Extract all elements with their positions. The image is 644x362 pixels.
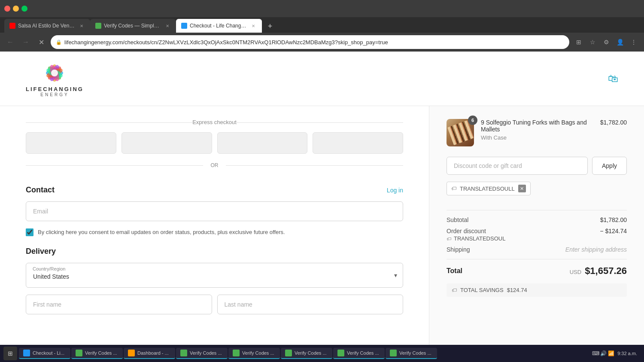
window-minimize-button[interactable] (13, 6, 19, 12)
taskbar-start-button[interactable]: ⊞ (3, 347, 17, 360)
name-row (26, 295, 403, 314)
payment-btn-1[interactable] (26, 132, 116, 154)
verify-favicon (95, 23, 101, 29)
payment-btn-4[interactable] (313, 132, 403, 154)
taskbar-app-verify-3[interactable]: Verify Codes ... (228, 348, 280, 359)
last-name-input[interactable] (217, 295, 404, 314)
subtotal-row: Subtotal $1,782.00 (447, 216, 627, 223)
window-close-button[interactable] (4, 6, 10, 12)
logo-text-bottom: ENERGY (40, 92, 69, 97)
payment-buttons (26, 132, 403, 154)
back-button[interactable]: ← (4, 36, 16, 48)
country-select-wrapper: Country/Region United States ▾ (26, 263, 403, 288)
delivery-section-header: Delivery (26, 247, 403, 256)
address-bar[interactable]: 🔒 lifechangingenergy.com/checkouts/cn/Z2… (51, 35, 569, 49)
taskbar-app-checkout-label: Checkout - Li... (33, 350, 64, 356)
left-panel: Express checkout OR Contact Log in By cl… (0, 106, 429, 362)
taskbar-app-verify-1-icon (76, 350, 82, 356)
product-row: 6 9 Solfeggio Tuning Forks with Bags and… (447, 119, 627, 146)
new-tab-button[interactable]: + (264, 20, 276, 33)
menu-button[interactable]: ⋮ (628, 36, 640, 48)
tab-checkout-close[interactable]: ✕ (250, 22, 257, 29)
window-controls (4, 6, 27, 12)
discount-amount-value: − $124.74 (600, 228, 627, 234)
express-checkout-label: Express checkout (26, 119, 403, 125)
contact-section-header: Contact Log in (26, 186, 403, 195)
taskbar-app-verify-2[interactable]: Verify Codes ... (176, 348, 228, 359)
discount-code-row: Apply (447, 157, 627, 175)
express-checkout-section: Express checkout OR (26, 106, 403, 186)
taskbar-app-dashboard[interactable]: Dashboard - ... (124, 348, 175, 359)
logo-container: LIFECHANGING ENERGY (26, 60, 84, 97)
page-content: Express checkout OR Contact Log in By cl… (0, 106, 644, 362)
product-name: 9 Solfeggio Tuning Forks with Bags and M… (481, 119, 593, 133)
taskbar-app-verify-5[interactable]: Verify Codes ... (333, 348, 385, 359)
total-price-value: $1,657.26 (585, 265, 627, 277)
checkout-favicon (181, 23, 187, 29)
contact-section: Contact Log in By clicking here you cons… (26, 186, 403, 237)
taskbar-app-checkout[interactable]: Checkout - Li... (19, 348, 70, 359)
profile-button[interactable]: 👤 (614, 36, 626, 48)
delivery-section: Delivery Country/Region United States ▾ (26, 247, 403, 314)
discount-detail: 🏷 TRANSLATEDSOUL (447, 235, 505, 242)
taskbar-app-verify-4-label: Verify Codes ... (295, 350, 327, 356)
taskbar-app-verify-6[interactable]: Verify Codes ... (386, 348, 437, 359)
email-consent-row: By clicking here you consent to email up… (26, 228, 403, 237)
forward-button[interactable]: → (20, 36, 32, 48)
shipping-label: Shipping (447, 246, 470, 253)
email-consent-checkbox[interactable] (26, 228, 33, 236)
cart-button[interactable]: 🛍 (608, 73, 618, 85)
savings-prefix: TOTAL SAVINGS (460, 287, 504, 293)
order-discount-row: Order discount 🏷 TRANSLATEDSOUL − $124.7… (447, 228, 627, 242)
divider-2 (447, 259, 627, 259)
taskbar-time-value: 9:32 a.m. (617, 351, 637, 356)
translate-button[interactable]: ⊞ (573, 36, 585, 48)
order-discount-info: Order discount 🏷 TRANSLATEDSOUL (447, 228, 505, 242)
taskbar-app-verify-1-label: Verify Codes ... (85, 350, 117, 356)
product-variant: With Case (481, 134, 593, 141)
tab-youtube[interactable]: Salsa AI Estilo De Venezuela... ✕ (4, 19, 90, 33)
apply-button[interactable]: Apply (592, 157, 627, 175)
savings-row: 🏷 TOTAL SAVINGS $124.74 (447, 283, 627, 297)
discount-code-input[interactable] (447, 157, 588, 175)
tab-youtube-close[interactable]: ✕ (78, 22, 85, 29)
login-link[interactable]: Log in (387, 187, 403, 194)
logo-area: LIFECHANGING ENERGY 🛍 (0, 52, 644, 106)
discount-tag-remove-button[interactable]: ✕ (518, 185, 526, 192)
taskbar-app-verify-3-label: Verify Codes ... (242, 350, 274, 356)
address-bar-row: ← → ✕ 🔒 lifechangingenergy.com/checkouts… (0, 33, 644, 52)
svg-point-8 (51, 70, 58, 76)
star-button[interactable]: ☆ (586, 36, 598, 48)
total-price-wrap: USD $1,657.26 (570, 265, 627, 277)
taskbar-app-dashboard-label: Dashboard - ... (137, 350, 169, 356)
logo-icon (42, 60, 67, 86)
payment-btn-2[interactable] (122, 132, 212, 154)
taskbar-app-verify-4-icon (285, 350, 292, 356)
payment-btn-3[interactable] (217, 132, 308, 154)
reload-button[interactable]: ✕ (35, 36, 47, 48)
total-currency: USD (570, 269, 581, 275)
product-info: 9 Solfeggio Tuning Forks with Bags and M… (481, 119, 593, 141)
window-maximize-button[interactable] (21, 6, 27, 12)
product-price: $1,782.00 (600, 119, 627, 126)
extensions-button[interactable]: ⚙ (600, 36, 612, 48)
total-row: Total USD $1,657.26 (447, 265, 627, 277)
taskbar-app-verify-3-icon (233, 350, 240, 356)
tab-verify[interactable]: Verify Codes — SimplyCodes ✕ (90, 19, 176, 33)
country-select[interactable]: United States (26, 263, 403, 288)
taskbar-app-verify-4[interactable]: Verify Codes ... (281, 348, 332, 359)
tab-verify-close[interactable]: ✕ (164, 22, 171, 29)
first-name-input[interactable] (26, 295, 212, 314)
taskbar-right: ⌨ 🔊 📶 9:32 a.m. (592, 350, 641, 356)
taskbar-app-verify-5-icon (337, 350, 344, 356)
browser-titlebar (0, 0, 644, 17)
taskbar-clock: 9:32 a.m. (617, 351, 637, 356)
discount-tag-icon: 🏷 (451, 186, 456, 192)
ssl-lock-icon: 🔒 (56, 40, 62, 45)
product-image-wrap: 6 (447, 119, 474, 146)
tab-checkout[interactable]: Checkout - Life Changing Ener... ✕ (176, 19, 262, 33)
taskbar-app-verify-1[interactable]: Verify Codes ... (71, 348, 123, 359)
taskbar-apps: Checkout - Li... Verify Codes ... Dashbo… (19, 348, 591, 359)
tabs-bar: Salsa AI Estilo De Venezuela... ✕ Verify… (0, 17, 644, 33)
email-input[interactable] (26, 201, 403, 221)
